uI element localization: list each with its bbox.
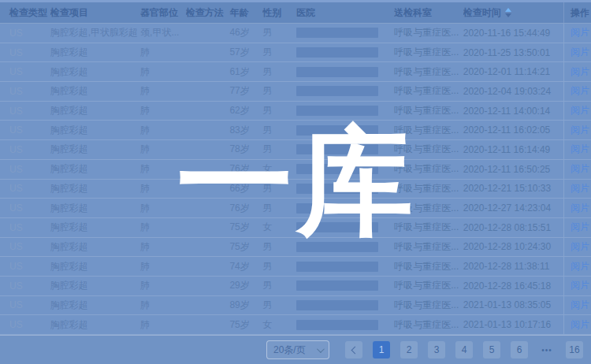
cell-exam-item: 胸腔彩超,甲状腺彩超 [50, 26, 140, 39]
cell-actions: 阅片 [563, 238, 591, 257]
read-film-link[interactable]: 阅片 [571, 84, 589, 98]
column-label: 送检科室 [394, 6, 432, 20]
page-button-4[interactable]: 4 [455, 341, 473, 358]
exam-list-screen: 检查类型检查项目器官部位检查方法年龄性别医院送检科室检查时间操作 US胸腔彩超,… [0, 0, 591, 364]
cell-exam-time: 2020-12-04 19:03:24 [463, 86, 563, 97]
cell-department: 呼吸与重症医... [394, 260, 463, 273]
read-film-link[interactable]: 阅片 [571, 318, 589, 332]
hospital-redacted-block [296, 242, 378, 252]
cell-exam-time: 2021-01-13 10:17:16 [463, 319, 563, 330]
cell-exam-type: US [0, 241, 50, 252]
cell-hospital [296, 320, 394, 330]
column-label: 器官部位 [140, 6, 178, 20]
read-film-link[interactable]: 阅片 [571, 143, 589, 156]
cell-department: 呼吸与重症医... [394, 84, 463, 98]
cell-hospital [296, 47, 394, 58]
hospital-redacted-block [296, 222, 378, 232]
cell-organ-part: 肺 [140, 84, 186, 98]
table-row: US胸腔彩超肺75岁女呼吸与重症医...2020-12-28 08:15:51阅… [0, 218, 591, 238]
cell-gender: 男 [262, 202, 296, 215]
cell-hospital [296, 28, 394, 38]
hospital-redacted-block [296, 203, 378, 214]
cell-exam-item: 胸腔彩超 [50, 104, 140, 117]
cell-hospital [296, 300, 394, 310]
cell-exam-item: 胸腔彩超 [50, 279, 140, 292]
prev-page-button[interactable] [345, 341, 362, 358]
cell-age: 29岁 [229, 279, 262, 292]
cell-exam-type: US [0, 106, 50, 117]
table-row: US胸腔彩超肺78岁男呼吸与重症医...2020-12-11 16:14:49阅… [0, 140, 591, 160]
cell-department: 呼吸与重症医... [394, 46, 463, 59]
page-size-select[interactable]: 20条/页 [266, 340, 329, 359]
cell-department: 呼吸与重症医... [394, 240, 463, 254]
cell-exam-time: 2020-12-27 14:23:04 [463, 202, 563, 214]
page-button-16[interactable]: 16 [566, 341, 583, 358]
hospital-redacted-block [296, 184, 378, 194]
cell-actions: 阅片 [563, 62, 591, 81]
read-film-link[interactable]: 阅片 [571, 104, 589, 117]
read-film-link[interactable]: 阅片 [571, 279, 589, 292]
column-header-exam_time[interactable]: 检查时间 [463, 6, 563, 20]
cell-gender: 男 [262, 46, 296, 59]
column-header-exam_method: 检查方法 [186, 6, 230, 20]
cell-exam-time: 2020-11-16 15:44:49 [463, 28, 563, 39]
cell-hospital [296, 164, 394, 174]
cell-department: 呼吸与重症医... [394, 318, 463, 332]
cell-organ-part: 肺 [140, 182, 186, 195]
cell-age: 76岁 [229, 202, 262, 215]
read-film-link[interactable]: 阅片 [571, 221, 589, 234]
page-button-1[interactable]: 1 [373, 341, 390, 358]
cell-actions: 阅片 [563, 140, 591, 159]
column-label: 医院 [296, 6, 315, 20]
page-button-2[interactable]: 2 [400, 341, 418, 358]
cell-gender: 男 [262, 65, 296, 79]
cell-exam-time: 2020-12-28 10:24:30 [463, 241, 563, 252]
cell-department: 呼吸与重症医... [394, 162, 463, 176]
table-row: US胸腔彩超肺83岁男呼吸与重症医...2020-12-11 16:02:05阅… [0, 121, 591, 140]
page-button-6[interactable]: 6 [511, 341, 528, 358]
cell-age: 83岁 [229, 124, 262, 137]
page-button-5[interactable]: 5 [483, 341, 500, 358]
cell-actions: 阅片 [563, 180, 591, 199]
page-ellipsis[interactable]: ••• [538, 341, 556, 358]
read-film-link[interactable]: 阅片 [571, 202, 589, 215]
read-film-link[interactable]: 阅片 [571, 260, 589, 273]
column-label: 检查方法 [186, 6, 224, 20]
cell-hospital [296, 242, 394, 252]
cell-department: 呼吸与重症医... [394, 124, 463, 137]
hospital-redacted-block [296, 106, 378, 116]
cell-exam-type: US [0, 202, 50, 214]
cell-exam-item: 胸腔彩超 [50, 221, 140, 234]
page-button-3[interactable]: 3 [428, 341, 445, 358]
cell-actions: 阅片 [563, 102, 591, 121]
read-film-link[interactable]: 阅片 [571, 299, 589, 312]
cell-organ-part: 肺 [140, 46, 186, 59]
cell-organ-part: 颈,甲状... [140, 26, 186, 39]
cell-age: 66岁 [229, 182, 262, 195]
cell-exam-item: 胸腔彩超 [50, 46, 140, 59]
cell-exam-type: US [0, 299, 50, 310]
table-row: US胸腔彩超肺75岁女呼吸与重症医...2021-01-13 10:17:16阅… [0, 315, 591, 335]
read-film-link[interactable]: 阅片 [571, 46, 589, 59]
read-film-link[interactable]: 阅片 [571, 26, 589, 39]
read-film-link[interactable]: 阅片 [571, 162, 589, 176]
table-row: US胸腔彩超肺77岁男呼吸与重症医...2020-12-04 19:03:24阅… [0, 82, 591, 102]
read-film-link[interactable]: 阅片 [571, 65, 589, 79]
cell-exam-time: 2020-12-11 14:00:14 [463, 106, 563, 117]
cell-hospital [296, 67, 394, 77]
read-film-link[interactable]: 阅片 [571, 124, 589, 137]
cell-department: 呼吸与重症医... [394, 143, 463, 156]
column-label: 操作 [571, 6, 589, 20]
cell-actions: 阅片 [563, 43, 591, 62]
cell-exam-type: US [0, 222, 50, 233]
cell-department: 呼吸与重症医... [394, 104, 463, 117]
cell-department: 呼吸与重症医... [394, 279, 463, 292]
sort-icon[interactable] [505, 8, 511, 17]
read-film-link[interactable]: 阅片 [571, 182, 589, 195]
column-label: 年龄 [229, 6, 248, 20]
read-film-link[interactable]: 阅片 [571, 240, 589, 254]
column-header-age: 年龄 [229, 6, 262, 20]
cell-actions: 阅片 [563, 257, 591, 276]
cell-age: 78岁 [229, 143, 262, 156]
table-row: US胸腔彩超肺89岁男呼吸与重症医...2021-01-13 08:35:05阅… [0, 296, 591, 316]
